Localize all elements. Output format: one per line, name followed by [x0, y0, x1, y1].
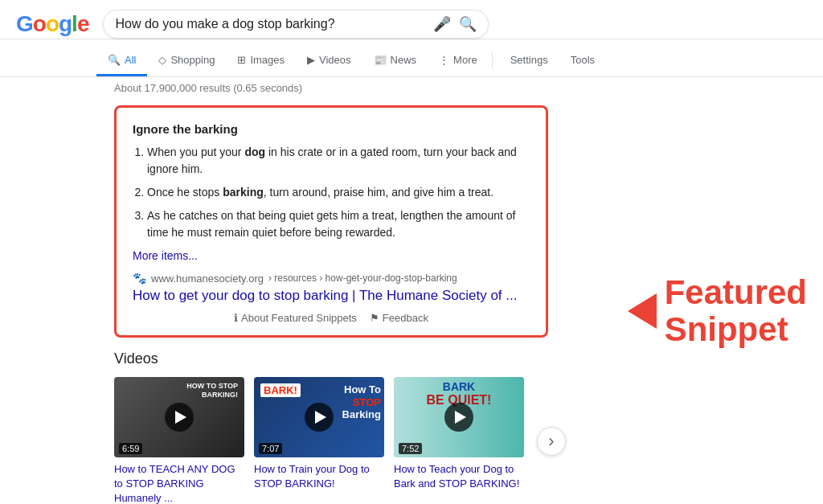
- about-snippets-link[interactable]: ℹ About Featured Snippets: [234, 312, 357, 324]
- video-title-3: How to Teach your Dog to Bark and STOP B…: [394, 462, 524, 491]
- play-button-2: [305, 403, 334, 432]
- tab-shopping[interactable]: ◇ Shopping: [147, 46, 226, 76]
- list-item: As he catches on that being quiet gets h…: [147, 207, 530, 241]
- video-card-2[interactable]: BARK! How ToSTOPBarking 7:07 How to Trai…: [254, 377, 384, 491]
- snippet-footer: ℹ About Featured Snippets ⚑ Feedback: [133, 312, 530, 324]
- news-tab-icon: 📰: [374, 54, 387, 66]
- source-path: › resources › how-get-your-dog-stop-bark…: [268, 272, 457, 284]
- nav-tabs: 🔍 All ◇ Shopping ⊞ Images ▶ Videos 📰 New…: [96, 46, 823, 76]
- tab-more-label: More: [453, 54, 477, 66]
- video-title-1: How to TEACH ANY DOG to STOP BARKING Hum…: [114, 462, 244, 504]
- annotation-text: Featured Snippet: [665, 274, 807, 348]
- snippet-result-link[interactable]: How to get your dog to stop barking | Th…: [133, 288, 530, 304]
- video-card-1[interactable]: HOW TO STOPBARKING! 6:59 How to TEACH AN…: [114, 377, 244, 504]
- tab-tools[interactable]: Tools: [559, 46, 606, 76]
- tab-news-label: News: [391, 54, 417, 66]
- tab-all-label: All: [125, 54, 136, 66]
- tab-images[interactable]: ⊞ Images: [226, 46, 296, 76]
- source-dog-icon: 🐾: [133, 272, 146, 285]
- all-tab-icon: 🔍: [108, 54, 121, 66]
- video-thumb-3: BARK BE QUIET! 7:52: [394, 377, 524, 457]
- snippet-list: When you put your dog in his crate or in…: [147, 144, 530, 241]
- play-button-3: [444, 403, 473, 432]
- info-icon: ℹ: [234, 312, 238, 324]
- videos-row: HOW TO STOPBARKING! 6:59 How to TEACH AN…: [114, 377, 604, 504]
- video-duration-3: 7:52: [399, 443, 422, 454]
- videos-section-title: Videos: [114, 350, 604, 367]
- video-duration-1: 6:59: [119, 443, 142, 454]
- google-logo: Google: [16, 11, 88, 37]
- video-thumb-2: BARK! How ToSTOPBarking 7:07: [254, 377, 384, 457]
- results-column: Ignore the barking When you put your dog…: [114, 105, 604, 504]
- arrow-left-icon: [628, 293, 657, 329]
- search-input[interactable]: [115, 17, 427, 31]
- tab-more[interactable]: ⋮ More: [428, 46, 489, 76]
- annotation-line-2: Snippet: [665, 311, 807, 348]
- videos-next-button[interactable]: [537, 427, 566, 456]
- list-item: When you put your dog in his crate or in…: [147, 144, 530, 178]
- tools-label: Tools: [571, 54, 595, 66]
- video-thumb-1: HOW TO STOPBARKING! 6:59: [114, 377, 244, 457]
- videos-section: Videos HOW TO STOPBARKING! 6:59 How to T…: [114, 350, 604, 504]
- snippet-title: Ignore the barking: [133, 122, 530, 136]
- feedback-link[interactable]: ⚑ Feedback: [370, 312, 428, 324]
- snippet-source: 🐾 www.humanesociety.org › resources › ho…: [133, 272, 530, 285]
- tab-videos[interactable]: ▶ Videos: [296, 46, 362, 76]
- featured-snippet-annotation: Featured Snippet: [628, 105, 807, 504]
- video-duration-2: 7:07: [259, 443, 282, 454]
- results-count: About 17,900,000 results (0.65 seconds): [114, 82, 823, 97]
- images-tab-icon: ⊞: [237, 54, 246, 66]
- tab-shopping-label: Shopping: [170, 54, 215, 66]
- play-button-1: [165, 403, 194, 432]
- tab-videos-label: Videos: [319, 54, 351, 66]
- annotation-arrow-row: Featured Snippet: [628, 274, 807, 348]
- video-title-2: How to Train your Dog to STOP BARKING!: [254, 462, 384, 491]
- tab-news[interactable]: 📰 News: [362, 46, 428, 76]
- source-domain: www.humanesociety.org: [151, 272, 264, 285]
- main-content: Ignore the barking When you put your dog…: [0, 97, 823, 504]
- videos-tab-icon: ▶: [307, 54, 315, 66]
- settings-label: Settings: [510, 54, 548, 66]
- search-bar: 🎤 🔍: [103, 10, 489, 39]
- nav-divider: [492, 53, 493, 69]
- microphone-icon[interactable]: 🎤: [433, 15, 451, 33]
- featured-snippet: Ignore the barking When you put your dog…: [114, 105, 548, 338]
- tab-images-label: Images: [250, 54, 285, 66]
- search-submit-icon[interactable]: 🔍: [459, 15, 477, 33]
- list-item: Once he stops barking, turn around, prai…: [147, 184, 530, 201]
- more-tab-icon: ⋮: [439, 54, 449, 66]
- more-items-link[interactable]: More items...: [133, 249, 530, 262]
- tab-settings[interactable]: Settings: [499, 46, 559, 76]
- shopping-tab-icon: ◇: [158, 54, 166, 66]
- feedback-icon: ⚑: [370, 312, 379, 324]
- tab-all[interactable]: 🔍 All: [96, 46, 147, 76]
- header: Google 🎤 🔍: [0, 0, 823, 39]
- annotation-line-1: Featured: [665, 274, 807, 311]
- video-card-3[interactable]: BARK BE QUIET! 7:52 How to Teach your Do…: [394, 377, 524, 491]
